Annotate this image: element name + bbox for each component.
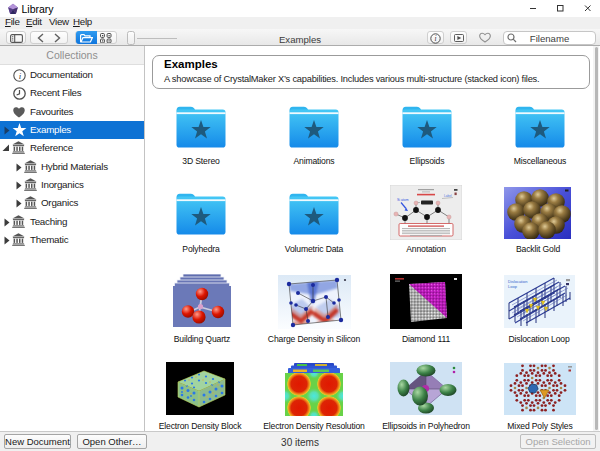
svg-text:i: i — [434, 34, 436, 43]
svg-text:Loop: Loop — [508, 284, 518, 289]
svg-text:Si atom: Si atom — [397, 198, 409, 202]
svg-text:i: i — [19, 70, 22, 80]
svg-text:Label: Label — [444, 194, 452, 198]
